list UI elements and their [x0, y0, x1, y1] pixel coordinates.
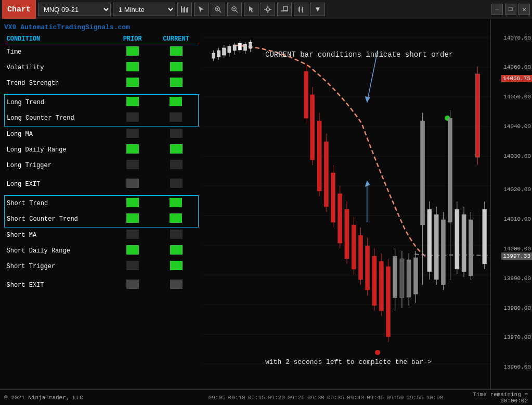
- main-content: VX9 AutomaticTradingSignals.com CONDITIO…: [0, 19, 532, 389]
- time-axis: 09:05 09:10 09:15 09:20 09:25 09:30 09:3…: [207, 395, 445, 401]
- indicator-box: [170, 62, 183, 71]
- settings-icon[interactable]: ▼: [310, 3, 325, 16]
- close-button[interactable]: ✕: [518, 4, 530, 15]
- svg-rect-2: [184, 7, 185, 12]
- price-14070: 14070.00: [503, 35, 531, 41]
- long-group-row: Long TrendLong Counter Trend: [5, 95, 199, 126]
- candle-icon[interactable]: [294, 3, 308, 16]
- time-0920: 09:20: [268, 395, 285, 401]
- crosshair-icon[interactable]: [261, 3, 275, 16]
- condition-label: Trend Strength: [5, 75, 111, 91]
- indicator-box: [126, 78, 139, 87]
- svg-rect-92: [427, 209, 432, 272]
- price-highlight: 14056.75: [501, 75, 532, 82]
- table-row: Short EXIT: [5, 277, 199, 293]
- price-14060: 14060.00: [503, 64, 531, 70]
- watermark: VX9 AutomaticTradingSignals.com: [4, 23, 199, 31]
- table-row: Long Trigger: [5, 158, 199, 173]
- price-14040: 14040.00: [503, 123, 531, 130]
- chart-tab[interactable]: Chart: [2, 0, 36, 19]
- table-row: Long Trend: [5, 95, 198, 110]
- svg-rect-66: [338, 194, 342, 243]
- svg-rect-1: [183, 8, 184, 12]
- condition-label: Volatility: [5, 60, 111, 75]
- svg-rect-74: [366, 246, 370, 290]
- indicator-box: [126, 261, 139, 270]
- time-0925: 09:25: [288, 395, 305, 401]
- indicator-box: [170, 160, 183, 169]
- toolbar: Chart MNQ 09-21 1 Minute ▼ ─ □ ✕: [0, 0, 532, 19]
- svg-line-109: [367, 50, 378, 103]
- indicator-box: [126, 97, 139, 106]
- price-14050: 14050.00: [503, 94, 531, 100]
- price-13990: 13990.00: [503, 275, 531, 282]
- condition-header: CONDITION: [5, 34, 111, 44]
- price-13970: 13970.00: [503, 334, 531, 340]
- indicator-box: [170, 198, 182, 207]
- svg-line-6: [219, 10, 221, 12]
- svg-point-38: [375, 350, 380, 355]
- svg-rect-106: [475, 74, 479, 157]
- svg-rect-40: [212, 53, 215, 58]
- svg-rect-94: [434, 214, 438, 280]
- indicator-box: [170, 129, 183, 138]
- svg-rect-64: [331, 173, 335, 222]
- bottom-bar: © 2021 NinjaTrader, LLC 09:05 09:10 09:1…: [0, 389, 532, 405]
- svg-rect-58: [310, 95, 315, 160]
- price-13960: 13960.00: [503, 364, 531, 370]
- condition-label: Short Counter Trend: [5, 211, 111, 227]
- svg-line-10: [236, 10, 238, 12]
- conditions-table: CONDITION PRIOR CURRENT TimeVolatilityTr…: [4, 34, 199, 293]
- indicator-box: [126, 144, 139, 154]
- table-row: Short Trend: [5, 196, 198, 211]
- time-remaining: Time remaining = 00:00:02: [445, 391, 528, 404]
- svg-rect-46: [228, 46, 231, 53]
- svg-rect-108: [483, 209, 487, 264]
- indicator-box: [170, 144, 183, 154]
- svg-rect-0: [181, 6, 182, 12]
- time-0945: 09:45: [367, 395, 384, 401]
- indicator-box: [126, 62, 139, 71]
- maximize-button[interactable]: □: [505, 4, 516, 15]
- indicator-box: [126, 179, 139, 188]
- indicator-box: [126, 46, 139, 56]
- svg-rect-42: [217, 50, 220, 57]
- indicator-box: [170, 179, 183, 188]
- symbol-selector[interactable]: MNQ 09-21: [38, 3, 111, 16]
- svg-rect-100: [455, 209, 459, 269]
- table-row: Trend Strength: [5, 75, 199, 91]
- svg-point-16: [266, 8, 269, 11]
- indicator-box: [126, 213, 139, 223]
- zoom-out-icon[interactable]: [227, 3, 242, 16]
- svg-rect-62: [324, 142, 328, 207]
- draw-icon[interactable]: [277, 3, 292, 16]
- price-14010: 14010.00: [503, 216, 531, 222]
- condition-label: Long Trend: [5, 95, 111, 110]
- pointer-icon[interactable]: [244, 3, 258, 16]
- price-current: 13997.33: [501, 252, 532, 260]
- current-header: CURRENT: [154, 34, 199, 44]
- zoom-in-icon[interactable]: [211, 3, 225, 16]
- condition-label: Short Trend: [5, 196, 111, 211]
- bars-icon[interactable]: [177, 3, 192, 16]
- indicator-box: [170, 245, 183, 255]
- indicator-box: [170, 112, 182, 122]
- condition-label: Long MA: [5, 126, 111, 143]
- svg-rect-68: [345, 209, 349, 259]
- svg-marker-110: [365, 96, 370, 103]
- svg-rect-48: [233, 45, 236, 50]
- conditions-panel: VX9 AutomaticTradingSignals.com CONDITIO…: [0, 19, 203, 389]
- price-14030: 14030.00: [503, 153, 531, 159]
- svg-rect-86: [407, 260, 411, 297]
- cursor-icon[interactable]: [194, 3, 209, 16]
- indicator-box: [170, 213, 182, 223]
- chart-area[interactable]: CURRENT bar conditions indicate short or…: [203, 19, 490, 389]
- time-0905: 09:05: [209, 395, 226, 401]
- svg-rect-78: [379, 261, 383, 311]
- time-0940: 09:40: [347, 395, 364, 401]
- copyright: © 2021 NinjaTrader, LLC: [4, 395, 207, 401]
- svg-rect-4: [187, 7, 188, 12]
- timeframe-selector[interactable]: 1 Minute: [113, 3, 175, 16]
- minimize-button[interactable]: ─: [491, 4, 503, 15]
- table-row: Short Trigger: [5, 259, 199, 274]
